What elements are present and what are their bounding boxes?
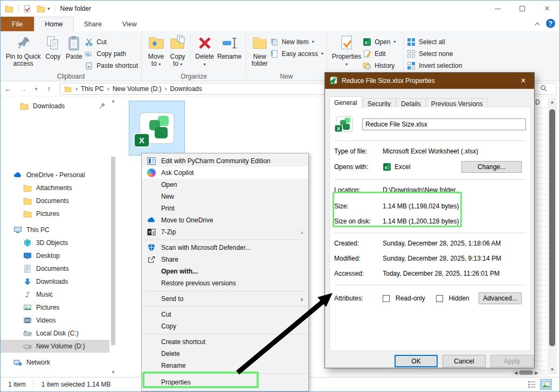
sidebar-item-music[interactable]: ♪ Music (1, 288, 109, 301)
help-icon[interactable]: ? (546, 19, 555, 28)
move-to-button[interactable]: Move to ▾ (145, 32, 167, 68)
copy-path-button[interactable]: W... Copy path (85, 48, 138, 59)
sidebar-item-attachments[interactable]: Attachments (1, 181, 109, 194)
pin-to-quick-access-button[interactable]: Pin to Quick access (4, 32, 43, 67)
cancel-button[interactable]: Cancel (443, 355, 486, 367)
sidebar-item-onedrive[interactable]: OneDrive - Personal (1, 169, 109, 181)
menu-item-open[interactable]: Open (142, 179, 308, 191)
invert-selection-button[interactable]: Invert selection (407, 60, 462, 71)
ok-button[interactable]: OK (395, 355, 438, 367)
scroll-right-icon[interactable]: ▶ (533, 370, 540, 375)
up-icon[interactable]: ↑ (45, 85, 53, 93)
file-list-vertical-scrollbar[interactable]: ▲ ▼ (548, 97, 557, 374)
new-item-button[interactable]: New item ▾ (270, 37, 323, 47)
tab-home[interactable]: Home (34, 17, 73, 31)
menu-item-scan-with-defender[interactable]: Scan with Microsoft Defender... (142, 242, 308, 254)
details-view-button[interactable] (526, 379, 538, 390)
copy-to-button[interactable]: Copy to ▾ (167, 32, 188, 68)
menu-item-move-to-onedrive[interactable]: Move to OneDrive (142, 214, 308, 226)
scrollbar-thumb[interactable] (111, 157, 115, 345)
sidebar-item-videos[interactable]: Videos (1, 314, 109, 327)
sidebar-item-3d-objects[interactable]: 3D Objects (1, 236, 109, 249)
back-icon[interactable]: ← (4, 85, 12, 93)
column-header-date[interactable]: D (535, 99, 548, 108)
advanced-button[interactable]: Advanced... (479, 292, 522, 304)
breadcrumb-new-volume[interactable]: New Volume (D:) (113, 85, 162, 93)
menu-item-cut[interactable]: Cut (142, 309, 308, 320)
scrollbar-thumb[interactable] (549, 109, 555, 346)
qat-dropdown-icon[interactable]: ▾ (47, 6, 50, 11)
sidebar-item-desktop[interactable]: Desktop (1, 249, 109, 262)
filename-input[interactable] (362, 118, 526, 130)
delete-button[interactable]: Delete▾ (193, 32, 216, 68)
hidden-checkbox[interactable] (436, 295, 443, 302)
qat-properties-icon[interactable] (23, 4, 31, 13)
paste-shortcut-button[interactable]: Paste shortcut (85, 60, 138, 71)
sidebar-item-onedrive-pictures[interactable]: Pictures (1, 207, 109, 220)
collapse-ribbon-icon[interactable] (534, 22, 541, 26)
paste-button[interactable]: Paste (63, 32, 85, 60)
new-folder-button[interactable]: New folder (250, 32, 270, 67)
minimize-button[interactable] (485, 1, 510, 17)
cut-button[interactable]: Cut (85, 37, 138, 47)
thumbnail-view-button[interactable] (540, 379, 552, 390)
file-list-horizontal-scrollbar[interactable]: ◀ ▶ (513, 369, 548, 376)
sidebar-scrollbar[interactable]: ▲ ▼ (110, 97, 116, 376)
open-button[interactable]: x Open ▾ (363, 37, 396, 47)
rename-button[interactable]: Rename (216, 32, 243, 60)
menu-item-send-to[interactable]: Send to › (142, 293, 308, 305)
sidebar-item-onedrive-documents[interactable]: Documents (1, 194, 109, 207)
sidebar-item-network[interactable]: Network (1, 356, 109, 369)
sidebar-item-downloads-pinned[interactable]: Downloads (1, 100, 109, 113)
scroll-down-icon[interactable]: ▼ (110, 370, 116, 375)
sidebar-item-new-volume-d[interactable]: New Volume (D:) (1, 340, 109, 353)
scroll-up-icon[interactable]: ▲ (548, 100, 557, 104)
menu-item-delete[interactable]: Delete (142, 348, 308, 360)
breadcrumb-this-pc[interactable]: This PC (81, 85, 104, 93)
copy-button[interactable]: Copy (43, 32, 63, 60)
history-button[interactable]: History (363, 60, 396, 71)
menu-item-properties[interactable]: Properties (142, 375, 308, 389)
change-button[interactable]: Change... (461, 161, 522, 173)
menu-item-7zip[interactable]: 7z 7-Zip › (142, 226, 308, 238)
scroll-left-icon[interactable]: ◀ (513, 370, 519, 375)
scroll-up-icon[interactable]: ▲ (110, 99, 116, 103)
easy-access-button[interactable]: Easy access ▾ (270, 48, 323, 59)
menu-item-restore-previous-versions[interactable]: Restore previous versions (142, 277, 308, 289)
menu-item-print[interactable]: Print (142, 202, 308, 214)
qat-new-folder-icon[interactable] (37, 4, 45, 13)
tab-view[interactable]: View (112, 17, 147, 31)
menu-item-open-with[interactable]: Open with... (142, 265, 308, 277)
tab-general[interactable]: General (329, 96, 362, 109)
dialog-close-icon[interactable]: × (513, 73, 534, 89)
file-item-excel[interactable]: X (129, 101, 185, 156)
properties-button[interactable]: Properties▾ (330, 32, 363, 68)
breadcrumb-downloads[interactable]: Downloads (170, 85, 202, 93)
forward-icon[interactable]: → (19, 85, 27, 93)
read-only-checkbox[interactable] (383, 295, 390, 302)
select-all-button[interactable]: Select all (407, 37, 462, 47)
sidebar-item-pictures[interactable]: Pictures (1, 301, 109, 314)
maximize-button[interactable] (510, 1, 535, 17)
menu-item-copy[interactable]: Copy (142, 320, 308, 332)
sidebar-item-documents[interactable]: Documents (1, 262, 109, 275)
menu-item-share[interactable]: Share (142, 254, 308, 265)
sidebar-item-downloads[interactable]: Downloads (1, 275, 109, 288)
scrollbar-thumb[interactable] (519, 370, 533, 375)
edit-button[interactable]: Edit (363, 48, 396, 59)
sidebar-item-local-disk-c[interactable]: Local Disk (C:) (1, 327, 109, 340)
scroll-down-icon[interactable]: ▼ (548, 367, 557, 372)
menu-item-label: Edit with PyCharm Community Edition (161, 157, 271, 165)
menu-item-rename[interactable]: Rename (142, 360, 308, 372)
select-none-button[interactable]: Select none (407, 48, 462, 59)
sidebar-item-this-pc[interactable]: This PC (1, 223, 109, 236)
menu-item-create-shortcut[interactable]: Create shortcut (142, 336, 308, 348)
close-button[interactable]: × (535, 1, 559, 17)
apply-button[interactable]: Apply (490, 355, 534, 367)
tab-file[interactable]: File (1, 17, 34, 31)
menu-item-edit-with-pycharm[interactable]: Edit with PyCharm Community Edition (142, 155, 308, 167)
menu-item-new[interactable]: New (142, 191, 308, 202)
tab-share[interactable]: Share (74, 17, 112, 31)
recent-locations-icon[interactable]: ▾ (32, 86, 40, 92)
menu-item-ask-copilot[interactable]: Ask Copilot (142, 167, 308, 179)
